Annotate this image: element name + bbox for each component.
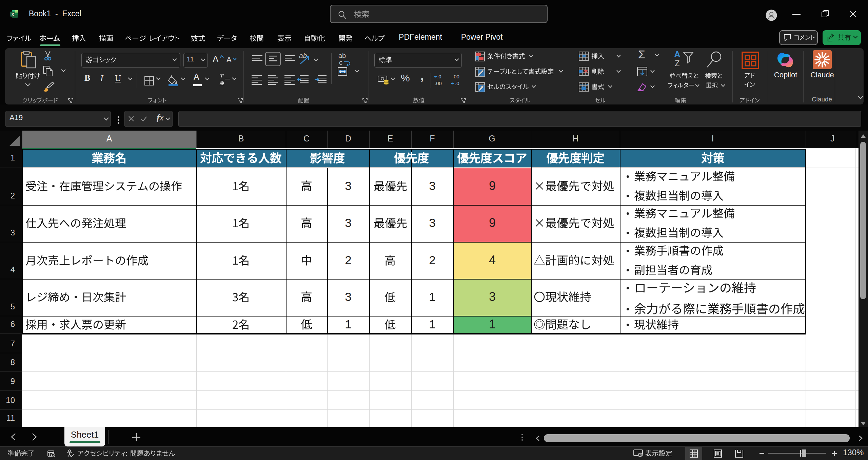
- svg-text:.00: .00: [435, 80, 442, 86]
- svg-text:.0: .0: [455, 80, 459, 86]
- svg-text:.0: .0: [437, 74, 441, 79]
- svg-text:x: x: [12, 12, 14, 17]
- svg-text:.00: .00: [452, 74, 459, 79]
